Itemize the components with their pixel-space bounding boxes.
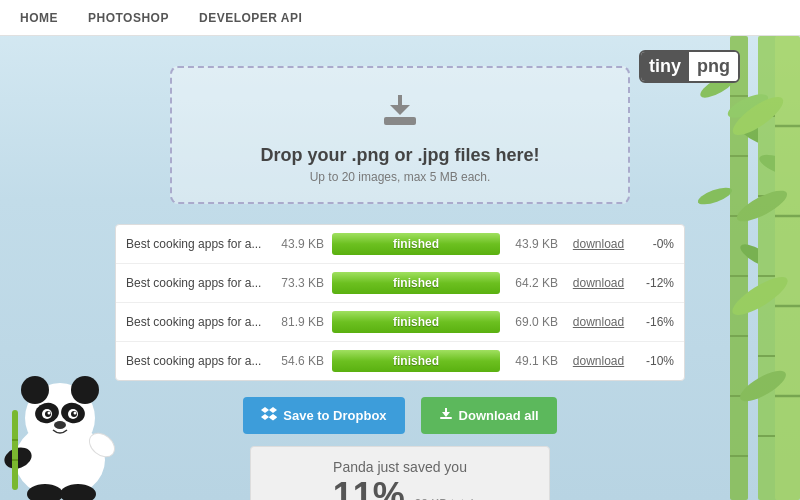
file-name: Best cooking apps for a... [126,354,266,368]
logo-tiny: tiny [641,52,689,81]
svg-marker-39 [442,412,450,417]
reduction-percent: -10% [639,354,674,368]
svg-rect-37 [440,417,452,419]
table-row: Best cooking apps for a... 81.9 KB finis… [116,303,684,342]
svg-point-50 [48,412,51,415]
svg-marker-33 [269,407,277,413]
reduction-percent: -0% [639,237,674,251]
download-link[interactable]: download [566,315,631,329]
file-size-new: 64.2 KB [508,276,558,290]
progress-bar: finished [332,311,500,333]
logo-png: png [689,52,738,81]
file-size-original: 81.9 KB [274,315,324,329]
progress-label: finished [393,354,439,368]
savings-box: Panda just saved you 11% 28 KB total [250,446,550,500]
file-size-new: 69.0 KB [508,315,558,329]
file-size-original: 54.6 KB [274,354,324,368]
file-list: Best cooking apps for a... 43.9 KB finis… [115,224,685,381]
svg-rect-55 [12,410,18,490]
logo: tiny png [639,50,740,83]
navbar: HOME PHOTOSHOP DEVELOPER API [0,0,800,36]
file-name: Best cooking apps for a... [126,237,266,251]
reduction-percent: -16% [639,315,674,329]
file-name: Best cooking apps for a... [126,315,266,329]
drop-title: Drop your .png or .jpg files here! [212,145,588,166]
download-all-icon [439,407,453,424]
download-all-button[interactable]: Download all [421,397,557,434]
nav-home[interactable]: HOME [20,11,58,25]
progress-bar: finished [332,272,500,294]
svg-point-51 [74,412,77,415]
file-size-original: 43.9 KB [274,237,324,251]
svg-point-52 [54,421,66,429]
progress-bar: finished [332,350,500,372]
drop-icon [212,93,588,137]
download-all-label: Download all [459,408,539,423]
nav-developer-api[interactable]: DEVELOPER API [199,11,302,25]
progress-label: finished [393,315,439,329]
svg-marker-36 [269,415,277,421]
drop-subtitle: Up to 20 images, max 5 MB each. [212,170,588,184]
table-row: Best cooking apps for a... 54.6 KB finis… [116,342,684,380]
download-link[interactable]: download [566,237,631,251]
progress-label: finished [393,237,439,251]
svg-point-42 [21,376,49,404]
file-size-new: 49.1 KB [508,354,558,368]
table-row: Best cooking apps for a... 43.9 KB finis… [116,225,684,264]
reduction-percent: -12% [639,276,674,290]
svg-point-43 [71,376,99,404]
download-link[interactable]: download [566,276,631,290]
save-dropbox-label: Save to Dropbox [283,408,386,423]
file-size-new: 43.9 KB [508,237,558,251]
svg-rect-29 [384,117,416,125]
svg-marker-32 [261,407,269,413]
progress-label: finished [393,276,439,290]
download-link[interactable]: download [566,354,631,368]
file-name: Best cooking apps for a... [126,276,266,290]
drop-zone[interactable]: Drop your .png or .jpg files here! Up to… [170,66,630,204]
table-row: Best cooking apps for a... 73.3 KB finis… [116,264,684,303]
save-dropbox-button[interactable]: Save to Dropbox [243,397,404,434]
svg-marker-31 [390,105,410,115]
svg-marker-34 [261,414,269,420]
progress-bar: finished [332,233,500,255]
dropbox-icon [261,407,277,424]
panda-mascot [0,350,130,500]
savings-percent: 11% [333,475,405,500]
file-size-original: 73.3 KB [274,276,324,290]
savings-prefix: Panda just saved you [333,459,467,475]
nav-photoshop[interactable]: PHOTOSHOP [88,11,169,25]
